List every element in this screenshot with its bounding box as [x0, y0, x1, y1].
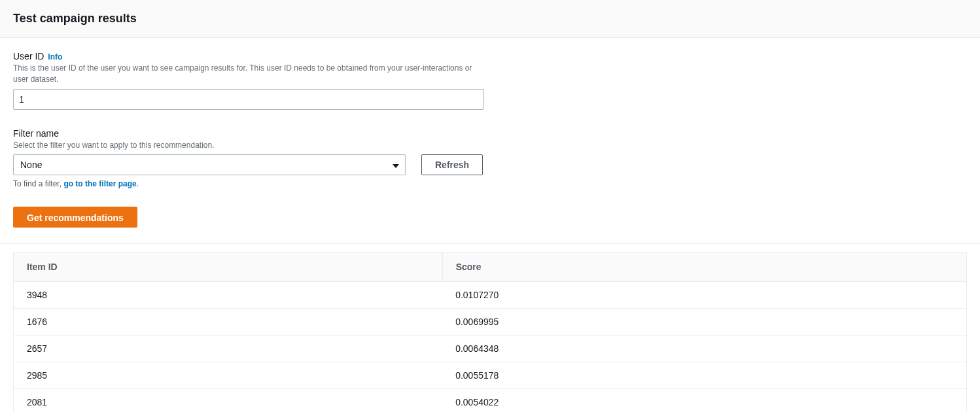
filter-hint-prefix: To find a filter,	[13, 179, 63, 188]
table-row: 3948 0.0107270	[14, 282, 967, 309]
results-table: Item ID Score 3948 0.0107270 1676 0.0069…	[13, 252, 967, 412]
filter-label-row: Filter name	[13, 128, 967, 139]
column-header-item-id[interactable]: Item ID	[14, 252, 443, 282]
user-id-info-link[interactable]: Info	[48, 52, 62, 61]
cell-score: 0.0107270	[442, 282, 966, 309]
cell-score: 0.0054022	[442, 389, 966, 412]
results-area: Item ID Score 3948 0.0107270 1676 0.0069…	[0, 244, 980, 412]
cell-item-id: 1676	[14, 309, 443, 335]
page-title-bar: Test campaign results	[0, 0, 980, 38]
table-row: 2081 0.0054022	[14, 389, 967, 412]
filter-select-row: None Refresh	[13, 154, 967, 175]
filter-hint: To find a filter, go to the filter page.	[13, 179, 967, 188]
cell-score: 0.0069995	[442, 309, 966, 335]
filter-field: Filter name Select the filter you want t…	[13, 128, 967, 189]
table-row: 1676 0.0069995	[14, 309, 967, 335]
refresh-button[interactable]: Refresh	[421, 154, 483, 175]
cell-item-id: 2081	[14, 389, 443, 412]
filter-hint-suffix: .	[137, 179, 139, 188]
cell-item-id: 2985	[14, 362, 443, 389]
table-row: 2985 0.0055178	[14, 362, 967, 389]
user-id-label: User ID	[13, 51, 44, 61]
filter-label: Filter name	[13, 128, 59, 139]
get-recommendations-button[interactable]: Get recommendations	[13, 207, 137, 228]
user-id-input[interactable]	[13, 89, 484, 110]
form-area: User ID Info This is the user ID of the …	[0, 38, 980, 243]
cell-item-id: 2657	[14, 335, 443, 362]
filter-select-wrapper[interactable]: None	[13, 154, 406, 175]
filter-help: Select the filter you want to apply to t…	[13, 140, 484, 151]
table-header-row: Item ID Score	[14, 252, 967, 282]
cell-score: 0.0055178	[442, 362, 966, 389]
page-title: Test campaign results	[13, 12, 967, 26]
filter-select[interactable]: None	[13, 154, 406, 175]
cell-score: 0.0064348	[442, 335, 966, 362]
cell-item-id: 3948	[14, 282, 443, 309]
user-id-label-row: User ID Info	[13, 51, 967, 61]
user-id-field: User ID Info This is the user ID of the …	[13, 51, 967, 110]
user-id-help: This is the user ID of the user you want…	[13, 63, 484, 85]
column-header-score[interactable]: Score	[442, 252, 966, 282]
table-row: 2657 0.0064348	[14, 335, 967, 362]
filter-page-link[interactable]: go to the filter page	[63, 179, 136, 188]
